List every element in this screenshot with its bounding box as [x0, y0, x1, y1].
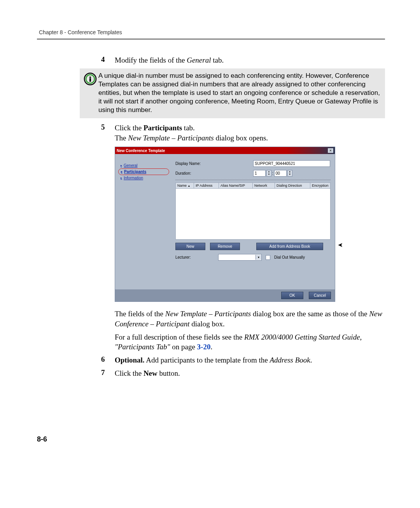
- page-number: 8-6: [37, 435, 47, 443]
- spinner-buttons[interactable]: ▲▼: [266, 170, 271, 177]
- dialog-title: New Conference Template: [117, 149, 165, 153]
- col-alias[interactable]: Alias Name/SIP: [219, 183, 253, 188]
- text: dialog box.: [189, 320, 224, 328]
- label-lecturer: Lecturer:: [175, 255, 197, 259]
- input-value: 00: [276, 171, 280, 175]
- header-rule: [37, 39, 385, 40]
- col-network[interactable]: Network: [253, 183, 275, 188]
- text-bold: Participants: [144, 124, 182, 132]
- nav-label: Participants: [124, 170, 146, 174]
- step-number: 6: [101, 355, 115, 365]
- step-text: Optional. Add participants to the templa…: [115, 355, 385, 365]
- nav-item-participants[interactable]: ▸Participants: [118, 168, 169, 175]
- add-from-address-book-button[interactable]: Add from Address Book: [256, 243, 323, 250]
- label-dial-out: Dial Out Manually: [274, 255, 305, 259]
- participants-table-body[interactable]: [175, 189, 331, 240]
- text-bold: Optional.: [115, 356, 145, 364]
- text: Click the: [115, 124, 144, 132]
- chevron-up-icon[interactable]: ▲: [288, 170, 292, 173]
- step-7: 7 Click the New button.: [101, 368, 385, 378]
- duration-control[interactable]: 1 ▲▼ : 00 ▲▼: [253, 170, 292, 177]
- running-header: Chapter 8 - Conference Templates: [37, 29, 385, 35]
- separator: [175, 180, 331, 180]
- label-duration: Duration:: [175, 171, 230, 175]
- callout-text: A unique dial-in number must be assigned…: [98, 72, 381, 114]
- cursor-icon: ➤: [338, 241, 343, 249]
- post-dialog-p1: The fields of the New Template – Partici…: [101, 309, 385, 329]
- col-label: Name: [177, 184, 187, 187]
- step-text: Click the Participants tab. The New Temp…: [115, 123, 385, 143]
- text: tab.: [211, 56, 224, 64]
- dialog-new-conference-template: New Conference Template × ▸General ▸Part…: [115, 147, 335, 302]
- step-text: Modify the fields of the General tab.: [115, 55, 385, 65]
- col-name[interactable]: Name ▲: [176, 183, 194, 188]
- dial-out-checkbox[interactable]: [266, 255, 270, 260]
- step-number: 7: [101, 368, 115, 378]
- sort-icon: ▲: [188, 184, 191, 187]
- participants-table-header: Name ▲ IP Address Alias Name/SIP Network…: [175, 182, 331, 189]
- text-italic: New Template – Participants: [165, 310, 251, 318]
- info-callout: A unique dial-in number must be assigned…: [80, 68, 385, 118]
- step-number: 4: [101, 55, 115, 65]
- text: Modify the fields of the: [115, 56, 187, 64]
- text-italic: New Template – Participants: [128, 134, 214, 142]
- ok-button[interactable]: OK: [281, 292, 303, 299]
- dialog-titlebar[interactable]: New Conference Template ×: [115, 147, 335, 154]
- post-dialog-p2: For a full description of these fields s…: [101, 332, 385, 352]
- nav-item-information[interactable]: ▸Information: [121, 175, 169, 181]
- duration-minutes-input[interactable]: 00: [274, 170, 287, 177]
- chevron-down-icon[interactable]: ▼: [267, 173, 271, 176]
- chevron-down-icon[interactable]: ▼: [288, 173, 292, 176]
- nav-item-general[interactable]: ▸General: [121, 163, 169, 168]
- text: For a full description of these fields s…: [115, 333, 244, 341]
- lecturer-dropdown[interactable]: ▼: [218, 254, 262, 261]
- new-button[interactable]: New: [175, 243, 205, 250]
- duration-sep: :: [272, 171, 273, 175]
- duration-hours-input[interactable]: 1: [253, 170, 266, 177]
- step-number: 5: [101, 123, 115, 143]
- chevron-right-icon: ▸: [121, 176, 122, 180]
- chevron-right-icon: ▸: [121, 164, 122, 167]
- nav-label: Information: [124, 176, 143, 180]
- display-name-input[interactable]: SUPPORT_904440521: [253, 160, 330, 167]
- col-dial[interactable]: Dialing Direction: [275, 183, 310, 188]
- col-ip[interactable]: IP Address: [194, 183, 219, 188]
- chevron-up-icon[interactable]: ▲: [267, 170, 271, 173]
- text: Add participants to the template from th…: [145, 356, 270, 364]
- nav-label: General: [124, 163, 138, 168]
- label-display-name: Display Name:: [175, 161, 230, 166]
- text: dialog box opens.: [214, 134, 268, 142]
- text-italic: Address Book: [270, 356, 310, 364]
- text-bold: New: [144, 369, 158, 377]
- dialog-footer: OK Cancel: [115, 289, 335, 301]
- step-5: 5 Click the Participants tab. The New Te…: [101, 123, 385, 143]
- input-value: 1: [255, 171, 257, 175]
- dialog-nav: ▸General ▸Participants ▸Information: [117, 156, 172, 288]
- remove-button[interactable]: Remove: [210, 243, 240, 250]
- cancel-button[interactable]: Cancel: [309, 292, 331, 299]
- info-icon: [82, 72, 98, 86]
- step-4: 4 Modify the fields of the General tab.: [101, 55, 385, 65]
- close-icon[interactable]: ×: [328, 148, 333, 153]
- text: dialog box are the same as those of the: [251, 310, 369, 318]
- chevron-down-icon: ▼: [256, 255, 261, 260]
- text: .: [310, 356, 312, 364]
- spinner-buttons[interactable]: ▲▼: [287, 170, 292, 177]
- step-text: Click the New button.: [115, 368, 385, 378]
- text: button.: [158, 369, 180, 377]
- dialog-main: Display Name: SUPPORT_904440521 Duration…: [172, 156, 334, 288]
- page-reference-link[interactable]: 3-20: [197, 343, 211, 351]
- text: on page: [170, 343, 197, 351]
- chevron-right-icon: ▸: [121, 170, 122, 173]
- text: The: [115, 134, 128, 142]
- text: Click the: [115, 369, 144, 377]
- input-value: SUPPORT_904440521: [255, 161, 295, 166]
- text: The fields of the: [115, 310, 165, 318]
- text: .: [210, 343, 212, 351]
- step-6: 6 Optional. Add participants to the temp…: [101, 355, 385, 365]
- col-encryption[interactable]: Encryption: [310, 183, 330, 188]
- text: tab.: [182, 124, 195, 132]
- text-italic: General: [187, 56, 211, 64]
